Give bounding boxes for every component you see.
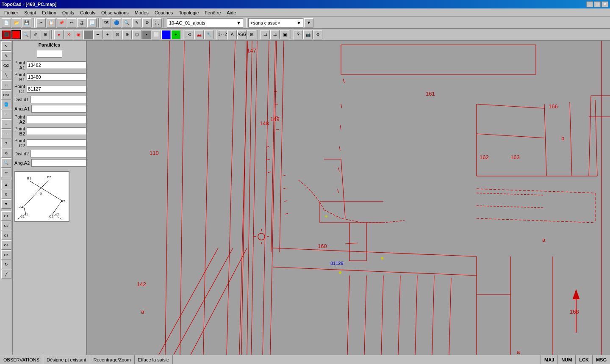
tb-save[interactable]: 💾 — [22, 18, 31, 28]
tb2-7[interactable]: ✕ — [64, 30, 73, 39]
tool-pencil[interactable]: ✏ — [1, 168, 11, 177]
tb2-19[interactable]: ⟲ — [185, 30, 194, 39]
tool-zero[interactable]: 0 — [1, 190, 11, 199]
tb2-6[interactable]: ● — [54, 30, 64, 39]
menu-couches[interactable]: Couches — [152, 10, 175, 16]
tool-diagonal[interactable]: ╱ — [1, 270, 11, 279]
menu-observations[interactable]: Observations — [99, 10, 131, 16]
tb-new[interactable]: 📄 — [2, 18, 11, 28]
tool-node[interactable]: ⊷ — [1, 80, 11, 90]
tb2-4[interactable]: ✐ — [31, 30, 40, 39]
tool-cross[interactable]: + — [1, 110, 11, 119]
tb2-21[interactable]: 🔧 — [204, 30, 214, 39]
tb-map3[interactable]: 🔍 — [122, 18, 131, 28]
tool-obs[interactable]: Obs — [1, 90, 11, 99]
tb2-1[interactable]: ⬛ — [2, 30, 11, 39]
menu-fichier[interactable]: Fichier — [2, 10, 21, 16]
menu-script[interactable]: Script — [22, 10, 39, 16]
input-anga1[interactable] — [31, 105, 87, 113]
svg-text:d2: d2 — [55, 213, 59, 216]
tool-fill[interactable]: 🪣 — [1, 100, 11, 109]
menu-edition[interactable]: Edition — [39, 10, 59, 16]
tb-paste[interactable]: 📌 — [57, 18, 66, 28]
tool-color4[interactable]: C4 — [1, 240, 11, 250]
tb2-31[interactable]: ⚙ — [313, 30, 322, 39]
tool-color3[interactable]: C3 — [1, 231, 11, 240]
close-button[interactable]: × — [602, 1, 608, 7]
tb2-29[interactable]: ? — [294, 30, 303, 39]
input-pointb2[interactable] — [27, 127, 87, 135]
tb-cut[interactable]: ✂ — [36, 18, 46, 28]
tool-minus[interactable]: − — [1, 119, 11, 129]
tb2-27[interactable]: ⇉ — [270, 30, 280, 39]
tb-map5[interactable]: ⚙ — [142, 18, 152, 28]
tb-undo[interactable]: ↩ — [67, 18, 76, 28]
tb-map1[interactable]: 🗺 — [102, 18, 111, 28]
tb-copy[interactable]: 📋 — [47, 18, 56, 28]
tb-class-btn[interactable]: ▼ — [304, 18, 313, 28]
tb2-5[interactable]: ⊞ — [41, 30, 50, 39]
tb2-20[interactable]: 🚗 — [194, 30, 204, 39]
tb2-23[interactable]: A — [227, 30, 237, 39]
class-dropdown[interactable]: <sans classe> ▼ — [248, 18, 303, 28]
tb-map6[interactable]: ⛶ — [152, 18, 162, 28]
tool-erase[interactable]: ⌫ — [1, 61, 11, 70]
tool-color2[interactable]: C2 — [1, 221, 11, 230]
tool-color5[interactable]: C5 — [1, 250, 11, 259]
tool-q[interactable]: ? — [1, 139, 11, 148]
panel-color-box[interactable] — [37, 50, 62, 58]
tool-color1[interactable]: C1 — [1, 211, 11, 221]
input-pointc1[interactable]: 81127 — [27, 85, 87, 93]
menu-aide[interactable]: Aide — [224, 10, 238, 16]
tool-down-arrow[interactable]: ▼ — [1, 199, 11, 209]
tb2-16[interactable]: ⬜ — [152, 30, 161, 39]
tool-pen[interactable]: ✎ — [1, 51, 11, 61]
tool-zoom[interactable]: 🔍 — [1, 158, 11, 168]
tb-map4[interactable]: ✎ — [132, 18, 141, 28]
tool-up-arrow[interactable]: ▲ — [1, 180, 11, 189]
input-pointa1[interactable]: 13482 — [27, 61, 87, 69]
tb-map2[interactable]: 🔵 — [112, 18, 121, 28]
menu-outils[interactable]: Outils — [60, 10, 77, 16]
tb2-25[interactable]: ⊞ — [247, 30, 256, 39]
tb2-18[interactable]: + — [171, 30, 180, 39]
tb2-8[interactable]: ◉ — [74, 30, 83, 39]
tb2-3[interactable]: 🔍 — [21, 30, 30, 39]
tb2-15[interactable]: ▪ — [142, 30, 151, 39]
tool-select[interactable]: ↖ — [1, 41, 11, 51]
tb2-2[interactable] — [11, 30, 21, 39]
tb2-11[interactable]: + — [103, 30, 112, 39]
input-distd2[interactable] — [30, 150, 87, 157]
map-canvas[interactable]: 147 148 149 161 162 163 166 b a 160 110 … — [87, 41, 610, 355]
layer-dropdown[interactable]: 10-AO_01_ajouts ▼ — [167, 18, 243, 28]
menu-fenetre[interactable]: Fenêtre — [202, 10, 223, 16]
tb2-12[interactable]: ⊡ — [113, 30, 122, 39]
tool-move[interactable]: ✥ — [1, 149, 11, 158]
maximize-button[interactable]: □ — [594, 1, 601, 7]
tb-print2[interactable]: 📃 — [87, 18, 97, 28]
input-anga2[interactable] — [31, 159, 87, 167]
tb2-24[interactable]: ASG — [237, 30, 247, 39]
menu-modes[interactable]: Modes — [132, 10, 151, 16]
tb2-9[interactable] — [83, 30, 93, 39]
tb2-10[interactable]: ━ — [93, 30, 103, 39]
tool-line[interactable]: ╲ — [1, 71, 11, 80]
tb2-22[interactable]: 1↔2 — [218, 30, 227, 39]
input-pointa2[interactable] — [27, 116, 87, 123]
menu-calculs[interactable]: Calculs — [78, 10, 98, 16]
tb2-13[interactable]: ⊕ — [122, 30, 132, 39]
input-distd1[interactable] — [30, 96, 87, 103]
input-pointc2[interactable] — [27, 139, 87, 147]
menu-topologie[interactable]: Topologie — [176, 10, 201, 16]
tb-print[interactable]: 🖨 — [77, 18, 86, 28]
tool-rotate[interactable]: ↻ — [1, 260, 11, 269]
minimize-button[interactable]: _ — [586, 1, 593, 7]
tool-arrow[interactable]: → — [1, 129, 11, 138]
tb2-30[interactable]: 📷 — [303, 30, 313, 39]
tb2-26[interactable]: ⇉ — [261, 30, 270, 39]
input-pointb1[interactable]: 13480 — [27, 73, 87, 81]
tb2-14[interactable]: ⬡ — [132, 30, 141, 39]
tb2-28[interactable]: ▣ — [280, 30, 289, 39]
tb2-17[interactable]: █ — [161, 30, 171, 39]
tb-open[interactable]: 📂 — [12, 18, 21, 28]
